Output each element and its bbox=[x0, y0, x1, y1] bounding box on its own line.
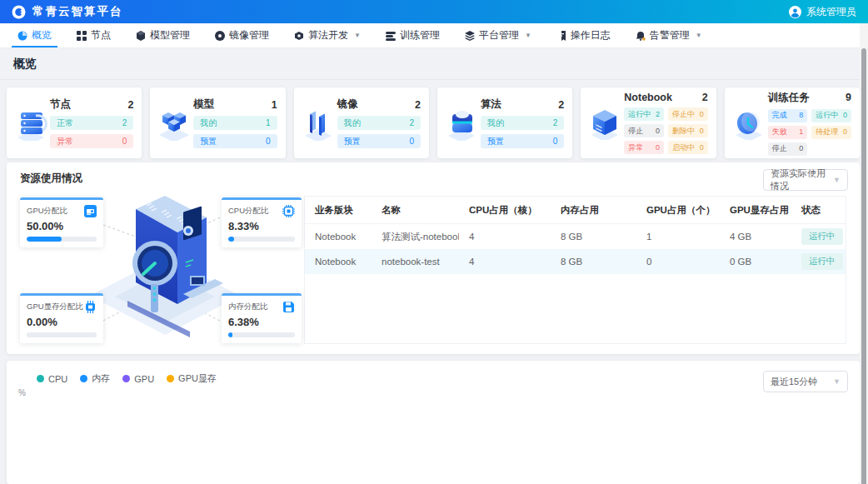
progress-track bbox=[228, 332, 295, 337]
status-badge: 运行中2 bbox=[624, 107, 664, 121]
main-nav: 概览 节点 模型管理 镜像管理 算法开发 ▼ 训练管理 平台管理 ▼ bbox=[0, 23, 868, 48]
legend-dot bbox=[37, 375, 44, 382]
legend-dot bbox=[80, 375, 87, 382]
status-badge: 预置0 bbox=[337, 134, 421, 148]
status-badge: 失败1 bbox=[768, 126, 808, 139]
y-axis-unit: % bbox=[18, 388, 26, 397]
stat-card-images[interactable]: 镜像 2 我的2 预置0 bbox=[294, 87, 429, 158]
layers-icon bbox=[465, 31, 475, 41]
vram-chip-icon bbox=[84, 301, 97, 313]
model-cubes-icon bbox=[155, 106, 193, 141]
memory-disk-icon bbox=[282, 301, 295, 313]
scrollbar-thumb[interactable] bbox=[861, 48, 866, 484]
usage-table: 业务版块 名称 CPU占用（核） 内存占用 GPU占用（个） GPU显存占用 状… bbox=[304, 196, 846, 344]
chevron-down-icon: ▼ bbox=[833, 176, 841, 184]
status-badge: 预置0 bbox=[193, 134, 277, 148]
gauge-value: 6.38% bbox=[228, 316, 295, 328]
gauge-gpu-memory-allocation: GPU显存分配比 0.00% bbox=[20, 293, 103, 343]
status-badge: 异常0 bbox=[624, 141, 664, 154]
status-badge: 删除中0 bbox=[668, 124, 708, 137]
gauge-label: 内存分配比 bbox=[228, 302, 268, 312]
algorithm-db-icon bbox=[442, 106, 481, 141]
stat-card-title: 训练任务 bbox=[768, 91, 810, 105]
stat-card-count: 9 bbox=[846, 92, 851, 103]
node-grid-icon bbox=[77, 31, 87, 41]
nav-item-model-management[interactable]: 模型管理 bbox=[123, 23, 202, 47]
stats-row: 节点 2 正常2 异常0 模型 1 我的1 预置0 bbox=[0, 80, 868, 158]
table-row[interactable]: Notebook 算法测试-notebook 4 8 GB 1 4 GB 运行中 bbox=[305, 224, 846, 250]
avatar-icon bbox=[789, 6, 801, 18]
stat-card-algorithms[interactable]: 算法 2 我的2 预置0 bbox=[437, 87, 572, 158]
status-badge: 运行中 bbox=[801, 228, 843, 245]
user-menu[interactable]: 系统管理员 bbox=[789, 5, 856, 19]
algorithm-icon bbox=[294, 31, 304, 41]
progress-track bbox=[228, 237, 295, 242]
legend-item-vram[interactable]: GPU显存 bbox=[167, 372, 217, 385]
nav-item-training-management[interactable]: 训练管理 bbox=[373, 23, 452, 47]
col-status: 状态 bbox=[791, 197, 846, 224]
gauge-memory-allocation: 内存分配比 6.38% bbox=[222, 293, 302, 343]
stat-card-training-tasks[interactable]: 训练任务 9 完成8 运行中0 失败1 待处理0 停止0 bbox=[725, 87, 860, 158]
status-badge: 运行中 bbox=[801, 253, 843, 270]
time-range-selector[interactable]: 最近15分钟 ▼ bbox=[763, 371, 848, 392]
status-badge: 正常2 bbox=[50, 116, 133, 130]
app-title: 常青云智算平台 bbox=[32, 4, 123, 19]
stat-card-title: 模型 bbox=[193, 97, 214, 112]
progress-fill bbox=[228, 332, 232, 337]
nav-item-platform-management[interactable]: 平台管理 ▼ bbox=[452, 23, 544, 47]
server-illustration bbox=[90, 177, 240, 344]
gauge-gpu-allocation: GPU分配比 50.00% bbox=[20, 197, 103, 247]
nav-item-operation-logs[interactable]: 操作日志 bbox=[544, 23, 623, 47]
table-row[interactable]: Notebook notebook-test 4 8 GB 0 0 GB 运行中 bbox=[305, 249, 846, 274]
gauge-value: 50.00% bbox=[27, 220, 97, 232]
col-cpu-usage: CPU占用（核） bbox=[459, 197, 551, 224]
chevron-down-icon: ▼ bbox=[833, 377, 841, 386]
log-document-icon bbox=[556, 31, 566, 41]
status-badge: 停止0 bbox=[624, 124, 664, 137]
nav-item-alert-management[interactable]: 告警管理 ▼ bbox=[623, 23, 715, 47]
logo-icon bbox=[12, 5, 26, 19]
chevron-down-icon: ▼ bbox=[696, 32, 702, 39]
nav-item-image-management[interactable]: 镜像管理 bbox=[202, 23, 282, 47]
stat-card-count: 2 bbox=[415, 99, 421, 111]
user-name: 系统管理员 bbox=[806, 5, 856, 19]
metrics-chart-panel: CPU 内存 GPU GPU显存 % 最近15分钟 ▼ bbox=[7, 361, 860, 484]
status-badge: 启动中0 bbox=[668, 141, 708, 154]
status-badge: 运行中0 bbox=[811, 109, 851, 122]
gauge-label: GPU显存分配比 bbox=[27, 302, 83, 312]
stat-card-notebook[interactable]: Notebook 2 运行中2 停止中0 停止0 删除中0 异常0 启动中0 bbox=[581, 87, 716, 158]
nav-item-nodes[interactable]: 节点 bbox=[64, 23, 123, 47]
stat-card-count: 2 bbox=[558, 99, 564, 111]
page-title-bar: 概览 bbox=[0, 48, 868, 80]
nav-item-overview[interactable]: 概览 bbox=[5, 23, 64, 47]
resource-usage-panel: 资源使用情况 资源实际使用情况 ▼ bbox=[7, 162, 860, 354]
gauge-cpu-allocation: CPU分配比 8.33% bbox=[222, 197, 302, 247]
status-badge: 停止0 bbox=[768, 142, 808, 156]
stat-card-nodes[interactable]: 节点 2 正常2 异常0 bbox=[7, 87, 142, 158]
cube-icon bbox=[136, 31, 146, 41]
gauge-value: 8.33% bbox=[228, 220, 295, 232]
legend-item-cpu[interactable]: CPU bbox=[37, 372, 67, 385]
logo: 常青云智算平台 bbox=[12, 4, 123, 19]
gauge-label: CPU分配比 bbox=[228, 206, 269, 217]
cpu-chip-icon bbox=[282, 205, 295, 217]
clock-icon bbox=[730, 107, 768, 140]
page-title: 概览 bbox=[13, 57, 855, 72]
stat-card-count: 2 bbox=[127, 99, 133, 111]
nav-item-algorithm-dev[interactable]: 算法开发 ▼ bbox=[282, 23, 373, 47]
alarm-bell-icon bbox=[636, 31, 646, 41]
col-memory-usage: 内存占用 bbox=[551, 197, 636, 224]
progress-fill bbox=[27, 237, 62, 242]
resource-usage-selector[interactable]: 资源实际使用情况 ▼ bbox=[763, 169, 848, 191]
status-badge: 停止中0 bbox=[668, 107, 708, 121]
image-panels-icon bbox=[299, 106, 337, 141]
app-header: 常青云智算平台 系统管理员 bbox=[0, 0, 868, 23]
status-badge: 我的2 bbox=[337, 116, 421, 130]
col-gpu-usage: GPU占用（个） bbox=[636, 197, 720, 224]
legend-item-gpu[interactable]: GPU bbox=[122, 372, 154, 385]
training-icon bbox=[386, 31, 396, 41]
chart-legend: CPU 内存 GPU GPU显存 bbox=[37, 372, 217, 385]
stat-card-models[interactable]: 模型 1 我的1 预置0 bbox=[150, 87, 285, 158]
legend-item-memory[interactable]: 内存 bbox=[80, 372, 110, 385]
stat-card-title: 镜像 bbox=[337, 97, 358, 112]
